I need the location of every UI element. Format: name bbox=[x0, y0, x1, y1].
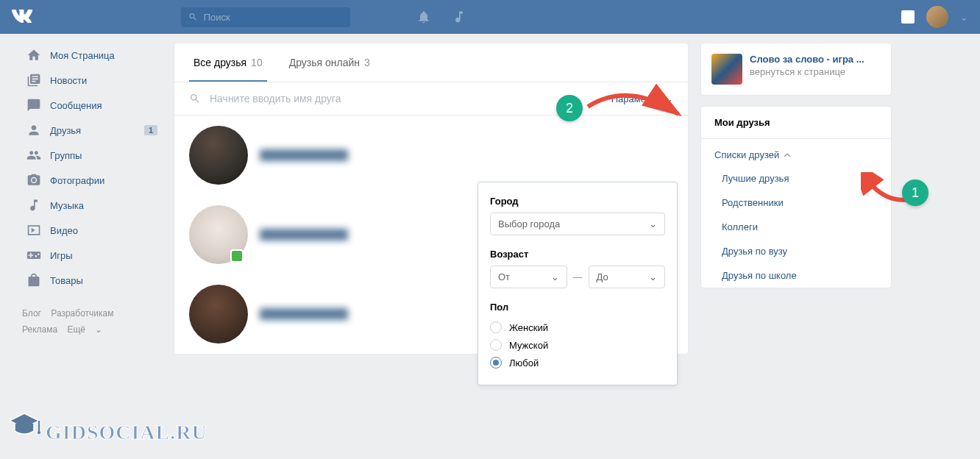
graduation-cap-icon bbox=[6, 408, 43, 444]
community-title: Слово за слово - игра ... bbox=[750, 54, 864, 65]
list-university[interactable]: Друзья по вузу bbox=[701, 239, 891, 263]
friend-name-blurred: friend bbox=[260, 308, 348, 320]
user-avatar[interactable] bbox=[926, 6, 948, 28]
gender-any-radio[interactable]: Любой bbox=[490, 354, 665, 371]
svg-point-1 bbox=[38, 431, 40, 434]
nav-label: Сообщения bbox=[50, 100, 102, 111]
age-dash: — bbox=[573, 271, 583, 282]
chevron-down-icon: ⌄ bbox=[551, 271, 559, 282]
vk-logo[interactable] bbox=[12, 7, 34, 27]
tab-label: Все друзья bbox=[193, 57, 246, 68]
nav-news[interactable]: Новости bbox=[22, 68, 162, 93]
community-avatar bbox=[711, 54, 742, 85]
nav-video[interactable]: Видео bbox=[22, 218, 162, 243]
person-icon bbox=[26, 123, 41, 138]
top-header: ⌄ bbox=[0, 0, 980, 34]
nav-label: Фотографии bbox=[50, 175, 104, 186]
community-subtitle: вернуться к странице bbox=[750, 66, 864, 77]
friends-lists-toggle[interactable]: Списки друзей bbox=[701, 139, 891, 166]
list-colleagues[interactable]: Коллеги bbox=[701, 215, 891, 239]
chevron-down-icon: ⌄ bbox=[649, 218, 657, 230]
search-icon bbox=[189, 93, 201, 104]
footer-developers[interactable]: Разработчикам bbox=[51, 308, 113, 319]
age-label: Возраст bbox=[490, 249, 665, 260]
nav-label: Товары bbox=[50, 275, 83, 286]
watermark: GIDSOCIAL.RU bbox=[6, 408, 207, 444]
nav-games[interactable]: Игры bbox=[22, 243, 162, 268]
music-icon[interactable] bbox=[452, 10, 466, 24]
city-select[interactable]: Выбор города ⌄ bbox=[490, 213, 665, 235]
left-sidebar: Моя Страница Новости Сообщения Друзья1 Г… bbox=[22, 43, 162, 355]
age-from-select[interactable]: От⌄ bbox=[490, 266, 567, 288]
tab-all-friends[interactable]: Все друзья 10 bbox=[189, 43, 267, 82]
nav-label: Музыка bbox=[50, 200, 84, 211]
nav-my-page[interactable]: Моя Страница bbox=[22, 43, 162, 68]
footer-ads[interactable]: Реклама bbox=[22, 324, 57, 335]
bell-icon[interactable] bbox=[416, 10, 431, 24]
nav-label: Моя Страница bbox=[50, 50, 115, 61]
music-nav-icon bbox=[26, 198, 41, 213]
annotation-badge-1: 1 bbox=[902, 179, 928, 206]
my-friends-header[interactable]: Мои друзья bbox=[701, 107, 891, 138]
notification-square[interactable] bbox=[901, 10, 915, 24]
friend-avatar[interactable] bbox=[189, 285, 248, 344]
header-icons bbox=[416, 10, 466, 24]
search-icon bbox=[188, 12, 198, 22]
group-icon bbox=[26, 148, 41, 163]
chevron-up-icon bbox=[784, 152, 791, 159]
annotation-arrow-2 bbox=[584, 77, 687, 129]
nav-label: Друзья bbox=[50, 125, 81, 136]
list-school[interactable]: Друзья по школе bbox=[701, 263, 891, 288]
message-icon bbox=[26, 98, 41, 113]
friend-name-blurred: friend bbox=[260, 149, 348, 161]
tab-count: 10 bbox=[251, 57, 263, 68]
chevron-down-icon[interactable]: ⌄ bbox=[960, 12, 968, 23]
nav-photos[interactable]: Фотографии bbox=[22, 168, 162, 193]
city-label: Город bbox=[490, 196, 665, 207]
friend-name-blurred: friend bbox=[260, 229, 348, 241]
nav-label: Видео bbox=[50, 225, 78, 236]
header-search[interactable] bbox=[181, 7, 350, 27]
bag-icon bbox=[26, 273, 41, 288]
nav-friends[interactable]: Друзья1 bbox=[22, 118, 162, 143]
age-to-select[interactable]: До⌄ bbox=[589, 266, 666, 288]
nav-music[interactable]: Музыка bbox=[22, 193, 162, 218]
gender-female-radio[interactable]: Женский bbox=[490, 319, 665, 336]
friend-search-input[interactable] bbox=[210, 93, 611, 104]
gender-label: Пол bbox=[490, 302, 665, 313]
header-search-input[interactable] bbox=[204, 12, 343, 23]
tab-count: 3 bbox=[364, 57, 370, 68]
video-icon bbox=[26, 223, 41, 238]
nav-label: Игры bbox=[50, 250, 73, 261]
footer-blog[interactable]: Блог bbox=[22, 308, 41, 319]
home-icon bbox=[26, 48, 41, 63]
annotation-badge-2: 2 bbox=[556, 95, 583, 121]
gamepad-icon bbox=[26, 248, 41, 263]
friend-avatar[interactable] bbox=[189, 205, 248, 264]
nav-groups[interactable]: Группы bbox=[22, 143, 162, 168]
footer-more[interactable]: Ещё ⌄ bbox=[67, 324, 102, 335]
nav-messages[interactable]: Сообщения bbox=[22, 93, 162, 118]
tab-online-friends[interactable]: Друзья онлайн 3 bbox=[285, 43, 374, 82]
nav-label: Новости bbox=[50, 75, 87, 86]
gender-male-radio[interactable]: Мужской bbox=[490, 336, 665, 354]
news-icon bbox=[26, 73, 41, 88]
online-mobile-badge bbox=[230, 249, 244, 263]
friend-avatar[interactable] bbox=[189, 126, 248, 185]
nav-market[interactable]: Товары bbox=[22, 268, 162, 293]
params-dropdown: Город Выбор города ⌄ Возраст От⌄ — До⌄ П… bbox=[477, 182, 678, 385]
community-card[interactable]: Слово за слово - игра ... вернуться к ст… bbox=[700, 43, 892, 96]
header-right: ⌄ bbox=[901, 6, 968, 28]
sidebar-footer: Блог Разработчикам Реклама Ещё ⌄ bbox=[22, 306, 162, 338]
chevron-down-icon: ⌄ bbox=[649, 271, 657, 282]
tab-label: Друзья онлайн bbox=[289, 57, 360, 68]
camera-icon bbox=[26, 173, 41, 188]
friends-badge: 1 bbox=[144, 125, 157, 135]
nav-label: Группы bbox=[50, 150, 82, 161]
